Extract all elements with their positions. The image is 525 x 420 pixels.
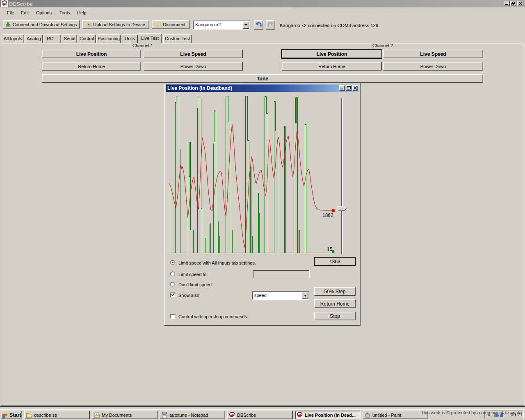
svg-text:1862: 1862 <box>322 212 333 218</box>
svg-text:15: 15 <box>327 247 333 252</box>
